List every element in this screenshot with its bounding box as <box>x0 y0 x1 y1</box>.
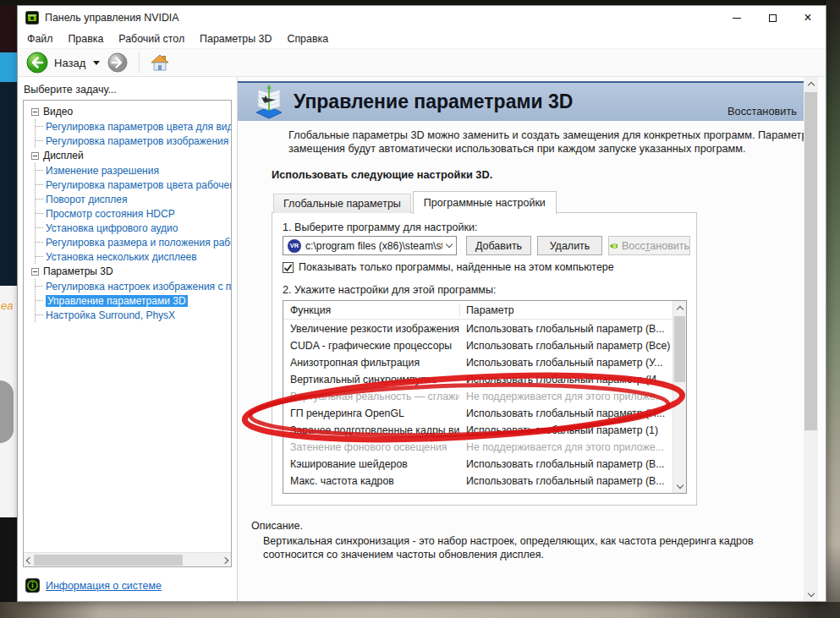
desktop-background-segment: ea <box>0 286 17 517</box>
title-bar: Панель управления NVIDIA × <box>18 6 826 30</box>
feature-cell: ГП рендеринга OpenGL <box>283 407 459 419</box>
feature-cell: Виртуальная реальность — сглаживан... <box>283 391 459 402</box>
settings-rows: Увеличение резкости изображенияИспользов… <box>283 320 673 493</box>
task-sidebar: Выберите задачу... ВидеоРегулировка пара… <box>18 77 238 601</box>
scrollbar-thumb[interactable] <box>674 316 685 382</box>
scroll-right-icon[interactable] <box>219 553 231 567</box>
tree-item-label: Управление параметрами 3D <box>46 295 188 307</box>
tree-group-label: Дисплей <box>43 150 84 161</box>
chevron-down-icon <box>446 241 453 248</box>
window-controls: × <box>719 6 826 30</box>
menu-item[interactable]: Правка <box>60 33 111 45</box>
tree-item[interactable]: Регулировка настроек изображения с пр <box>36 279 231 293</box>
main-vertical-scrollbar[interactable] <box>804 77 818 601</box>
background-shape <box>0 380 14 443</box>
3d-settings-icon <box>253 85 285 120</box>
table-scrollbar[interactable] <box>673 301 686 493</box>
table-row[interactable]: CUDA - графические процессорыИспользоват… <box>283 337 673 354</box>
toolbar: Назад <box>18 48 826 77</box>
tree-group-row[interactable]: Видео <box>24 104 231 119</box>
maximize-icon <box>769 14 777 22</box>
table-row[interactable]: Виртуальная реальность — сглаживан...Не … <box>283 388 673 405</box>
show-found-programs-checkbox[interactable] <box>283 262 294 273</box>
scroll-down-icon[interactable] <box>673 479 686 493</box>
table-row[interactable]: Макс. частота кадровИспользовать глобаль… <box>283 473 673 489</box>
tree-item[interactable]: Регулировка параметров цвета для вид <box>36 119 231 134</box>
tree-item[interactable]: Установка цифрового аудио <box>36 221 231 235</box>
tree-item[interactable]: Изменение разрешения <box>36 163 231 178</box>
tab-global-settings[interactable]: Глобальные параметры <box>273 194 411 213</box>
value-cell: Использовать глобальный параметр (У... <box>459 357 663 369</box>
table-row[interactable]: ГП рендеринга OpenGLИспользовать глобаль… <box>283 405 673 422</box>
value-cell: Использовать глобальный параметр (Все) <box>459 340 670 352</box>
back-button-label[interactable]: Назад <box>54 57 85 69</box>
checkmark-icon <box>283 263 293 272</box>
close-button[interactable]: × <box>790 6 826 30</box>
tree-item[interactable]: Управление параметрами 3D <box>36 293 231 308</box>
forward-button[interactable] <box>107 52 128 73</box>
tree-item[interactable]: Поворот дисплея <box>36 192 231 206</box>
scroll-up-icon[interactable] <box>673 301 686 314</box>
minimize-button[interactable] <box>719 6 755 30</box>
value-cell: Использовать глобальный параметр (И... <box>459 407 665 419</box>
tree-group-row[interactable]: Дисплей <box>24 148 231 163</box>
restore-program-button[interactable]: Восстановить <box>608 236 690 255</box>
settings-tabs: Глобальные параметры Программные настрой… <box>273 191 558 213</box>
table-row[interactable]: Увеличение резкости изображенияИспользов… <box>283 320 673 337</box>
menu-item[interactable]: Файл <box>19 33 60 45</box>
table-row[interactable]: Затенение фонового освещенияНе поддержив… <box>283 439 673 456</box>
tree-item-label: Регулировка параметров цвета для вид <box>46 121 231 133</box>
description-heading: Описание. <box>251 520 303 532</box>
tree-item-label: Регулировка настроек изображения с пр <box>46 281 231 293</box>
maximize-button[interactable] <box>755 6 790 30</box>
tree-group-row[interactable]: Параметры 3D <box>24 264 231 279</box>
close-icon: × <box>804 11 811 25</box>
window-body: Выберите задачу... ВидеоРегулировка пара… <box>18 77 826 601</box>
home-icon[interactable] <box>151 54 169 71</box>
restore-button-label: Восстановить <box>622 240 689 252</box>
table-row[interactable]: Заранее подготовленные кадры вирту...Исп… <box>283 422 673 439</box>
tree-item[interactable]: Настройка Surround, PhysX <box>36 308 231 322</box>
tree-item-label: Установка нескольких дисплеев <box>46 251 197 263</box>
back-history-caret-icon[interactable] <box>93 61 100 65</box>
tree-item[interactable]: Регулировка параметров цвета рабочег <box>36 178 231 192</box>
restore-defaults-link[interactable]: Восстановить <box>727 105 797 118</box>
nvidia-control-panel-window: Панель управления NVIDIA × ФайлПравкаРаб… <box>17 5 826 602</box>
menu-item[interactable]: Рабочий стол <box>111 33 192 45</box>
tree-item[interactable]: Регулировка размера и положения рабоч <box>36 235 231 249</box>
menu-item[interactable]: Параметры 3D <box>192 33 279 45</box>
background-edge-text: ea <box>1 299 13 312</box>
sidebar-horizontal-scrollbar[interactable] <box>24 552 231 566</box>
table-row[interactable]: Вертикальный синхроимпульсИспользовать г… <box>283 371 673 388</box>
scroll-up-icon[interactable] <box>804 77 818 90</box>
table-row[interactable]: Анизотропная фильтрацияИспользовать глоб… <box>283 354 673 371</box>
collapse-icon[interactable] <box>31 152 39 160</box>
feature-cell: Затенение фонового освещения <box>283 441 459 453</box>
menu-item[interactable]: Справка <box>279 33 336 45</box>
tree-item-label: Регулировка размера и положения рабоч <box>46 237 231 249</box>
back-button[interactable] <box>26 52 48 74</box>
program-select[interactable]: VR c:\program files (x86)\steam\st... <box>283 236 457 255</box>
add-program-button[interactable]: Добавить <box>466 236 531 255</box>
tree-item[interactable]: Регулировка параметров изображения д <box>36 134 231 148</box>
collapse-icon[interactable] <box>31 108 39 116</box>
scrollbar-thumb[interactable] <box>34 555 183 566</box>
program-vr-badge: VR <box>288 239 301 253</box>
remove-program-button[interactable]: Удалить <box>537 236 602 255</box>
tab-program-settings[interactable]: Программные настройки <box>413 191 557 214</box>
tree-item[interactable]: Установка нескольких дисплеев <box>36 249 231 264</box>
system-info-link[interactable]: Информация о системе <box>46 580 162 592</box>
scroll-down-icon[interactable] <box>804 588 818 601</box>
desktop-background-left: ea <box>0 0 17 618</box>
settings-table: Функция Параметр Увеличение резкости изо… <box>283 300 687 494</box>
task-tree: ВидеоРегулировка параметров цвета для ви… <box>24 104 231 322</box>
menu-bar: ФайлПравкаРабочий столПараметры 3DСправк… <box>18 30 826 48</box>
collapse-icon[interactable] <box>31 268 39 276</box>
column-header-value: Параметр <box>459 304 514 316</box>
sidebar-header: Выберите задачу... <box>18 77 237 100</box>
table-row[interactable]: Кэширование шейдеровИспользовать глобаль… <box>283 456 673 473</box>
tree-item[interactable]: Просмотр состояния HDCP <box>36 206 231 221</box>
scrollbar-thumb[interactable] <box>804 92 817 430</box>
tree-item-label: Установка цифрового аудио <box>46 222 178 234</box>
system-info-icon <box>25 578 40 593</box>
